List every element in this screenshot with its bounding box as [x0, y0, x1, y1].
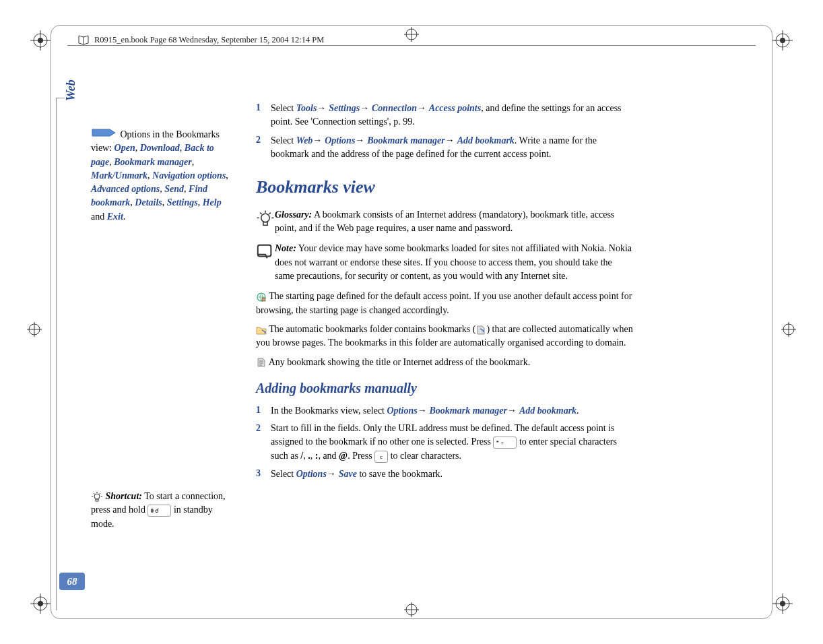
step-b3: 3 Select Options→ Save to save the bookm…: [256, 467, 633, 481]
sidebar-column: Options in the Bookmarks view: Open, Dow…: [91, 128, 236, 531]
menu-path-item: Save: [339, 469, 357, 479]
bookmark-auto-icon: [475, 325, 486, 335]
crop-mark-br: [772, 593, 793, 614]
option-item: Mark/Unmark: [91, 170, 147, 181]
registration-mark-left: [27, 322, 42, 337]
note-text: Your device may have some bookmarks load…: [275, 243, 632, 281]
crop-mark-bl: [30, 593, 51, 614]
header-rule: [67, 45, 756, 46]
step-b2: 2 Start to fill in the fields. Only the …: [256, 422, 633, 463]
crop-mark-tl: [30, 30, 51, 51]
folder-auto-icon: [256, 325, 267, 335]
option-item: Advanced options: [91, 184, 160, 194]
heading-bookmarks-view: Bookmarks view: [256, 174, 633, 200]
menu-path-item: Settings: [329, 103, 360, 113]
svg-point-28: [94, 494, 100, 499]
option-item: Help: [203, 197, 222, 207]
any-bookmark-para: Any bookmark showing the title or Intern…: [256, 356, 633, 369]
step-2: 2 Select Web→ Options→ Bookmark manager→…: [256, 133, 633, 162]
starting-page-para: The starting page defined for the defaul…: [256, 290, 633, 317]
adding-steps: 1 In the Bookmarks view, select Options→…: [256, 404, 633, 481]
svg-rect-44: [262, 298, 265, 301]
option-item: Send: [164, 184, 184, 194]
book-icon: [77, 34, 90, 46]
key-clear-icon: c: [374, 451, 388, 463]
step-b1: 1 In the Bookmarks view, select Options→…: [256, 404, 633, 418]
registration-mark-right: [781, 322, 796, 337]
side-rule: [56, 98, 65, 610]
note-icon: [256, 242, 275, 283]
note-label: Note:: [275, 243, 296, 253]
svg-point-35: [261, 214, 269, 222]
menu-path-item: Options: [387, 406, 418, 416]
main-column: 1 Select Tools→ Settings→ Connection→ Ac…: [256, 101, 633, 485]
key-star-icon: * +: [493, 437, 517, 449]
menu-path-item: Connection: [372, 103, 417, 113]
option-item: Bookmark manager: [114, 157, 192, 167]
step-1: 1 Select Tools→ Settings→ Connection→ Ac…: [256, 101, 633, 129]
bookmark-page-icon: [256, 357, 267, 368]
glossary-block: Glossary: A bookmark consists of an Inte…: [256, 208, 633, 236]
svg-line-39: [260, 213, 261, 214]
note-block: Note: Your device may have some bookmark…: [256, 242, 633, 283]
svg-line-32: [94, 493, 95, 494]
glossary-text: A bookmark consists of an Internet addre…: [275, 210, 614, 233]
menu-path-item: Options: [325, 135, 355, 146]
side-tab-label: Web: [64, 79, 78, 101]
svg-line-33: [100, 493, 101, 494]
menu-path-item: Bookmark manager: [430, 406, 508, 416]
lightbulb-icon: [256, 208, 275, 236]
header-text: R0915_en.book Page 68 Wednesday, Septemb…: [94, 35, 324, 45]
menu-path-item: Add bookmark: [519, 406, 577, 416]
option-item: Download: [140, 143, 180, 153]
shortcut-label: Shortcut:: [103, 491, 142, 501]
shortcut-note: Shortcut: To start a connection, press a…: [91, 490, 236, 531]
menu-path-item: Tools: [296, 103, 317, 113]
top-steps: 1 Select Tools→ Settings→ Connection→ Ac…: [256, 101, 633, 161]
key-zero-icon: 0 ☌: [147, 505, 171, 517]
options-and: and: [91, 212, 107, 222]
option-item: Settings: [167, 197, 198, 207]
option-item: Details: [135, 197, 162, 207]
svg-rect-41: [263, 222, 267, 226]
options-note: Options in the Bookmarks view: Open, Dow…: [91, 128, 236, 224]
auto-bookmarks-para: The automatic bookmarks folder contains …: [256, 323, 633, 350]
svg-line-40: [269, 213, 270, 214]
option-item: Open: [114, 143, 135, 153]
menu-path-item: Access points: [429, 103, 481, 113]
note-flag-icon: [91, 128, 118, 137]
option-item: Navigation options: [152, 170, 226, 181]
page-number: 68: [59, 573, 85, 590]
menu-path-item: Add bookmark: [457, 135, 515, 146]
option-exit: Exit: [107, 212, 123, 222]
menu-path-item: Bookmark manager: [367, 135, 445, 146]
lightbulb-icon: [91, 491, 103, 503]
svg-rect-34: [96, 499, 98, 501]
heading-adding-manually: Adding bookmarks manually: [256, 379, 633, 398]
menu-path-item: Web: [296, 135, 313, 146]
menu-path-item: Options: [296, 469, 327, 479]
home-globe-icon: [256, 292, 267, 302]
crop-mark-tr: [772, 30, 793, 51]
glossary-label: Glossary:: [275, 210, 312, 220]
